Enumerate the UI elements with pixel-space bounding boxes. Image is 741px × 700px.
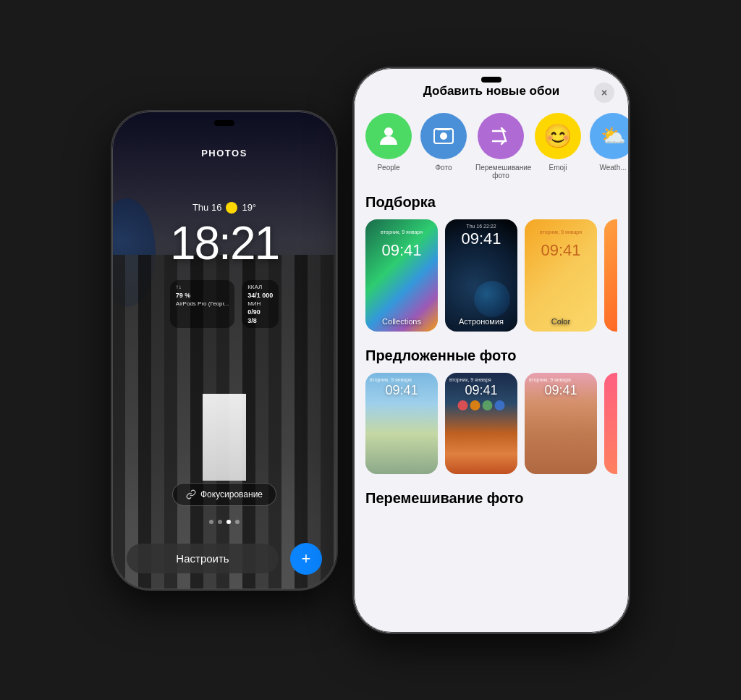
section-title-podborka: Подборка	[365, 194, 617, 211]
wp-option-shuffle[interactable]: Перемешивание фото	[475, 113, 526, 180]
focus-label: Фокусирование	[200, 489, 263, 499]
dot-1	[209, 520, 213, 524]
notch	[214, 120, 234, 126]
sheet: Добавить новые обои × People	[354, 68, 629, 633]
card-partial	[604, 219, 617, 332]
section-title-shuffle: Перемешивание фото	[365, 490, 617, 507]
svg-point-0	[384, 127, 393, 136]
svg-point-3	[440, 132, 447, 140]
widget-activity: ККАЛ 34/1 000 МИН 0/90 3/8	[242, 280, 279, 328]
wp-option-emoji[interactable]: 😊 Emoji	[535, 113, 581, 180]
plus-button[interactable]: +	[290, 543, 322, 575]
app-title: PHOTOS	[201, 148, 247, 159]
wp-option-photo[interactable]: Фото	[420, 113, 467, 180]
dot-2	[218, 520, 222, 524]
photo-card-city[interactable]: вторник, 9 января 09:41	[365, 373, 438, 474]
color-label: Color	[525, 317, 597, 326]
close-button[interactable]: ×	[594, 83, 614, 103]
widget-dot-3	[483, 400, 493, 410]
weather-icon-circle: ⛅	[590, 113, 629, 159]
person-icon	[377, 125, 400, 148]
wp-option-weather[interactable]: ⛅ Weath...	[590, 113, 629, 180]
wallpaper-type-options: People Фото	[354, 106, 629, 190]
photo-icon	[433, 125, 454, 147]
people-icon-circle	[365, 113, 412, 159]
card-color[interactable]: вторник, 9 января 09:41 Color	[525, 219, 597, 332]
left-phone: PHOTOS Thu 16 19° 18:21 ↑↓ 79 % AirPods …	[112, 111, 336, 589]
widget-kcal-value: 34/1 000	[247, 292, 273, 299]
date-text: Thu 16	[192, 202, 221, 213]
focus-icon	[186, 489, 196, 499]
astronomy-time: 09:41	[461, 229, 501, 248]
wp-emoji-label: Emoji	[549, 164, 567, 172]
widget-kcal-label: ККАЛ	[247, 284, 273, 290]
collections-time: 09:41	[381, 241, 421, 260]
astronomy-date: Thu 16 22:22	[466, 224, 496, 229]
color-date: вторник, 9 января	[540, 229, 582, 235]
wp-people-label: People	[377, 164, 399, 172]
photo-card-partial	[604, 373, 617, 474]
lockscreen: PHOTOS Thu 16 19° 18:21 ↑↓ 79 % AirPods …	[112, 111, 336, 589]
sheet-scroll-area: Подборка вторник, 9 января 09:41 Collect…	[354, 190, 629, 633]
widget-dot-4	[495, 400, 505, 410]
sheet-title: Добавить новые обои	[423, 84, 560, 98]
shuffle-icon	[490, 125, 512, 147]
astronomy-label: Астрономия	[445, 317, 517, 326]
customize-button[interactable]: Настроить	[127, 544, 279, 573]
widget-airpods-label: AirPods Pro (Георг...	[176, 300, 229, 307]
sun-icon	[226, 202, 237, 214]
sunset-time: 09:41	[465, 383, 497, 398]
city-date: вторник, 9 января	[370, 377, 412, 382]
collections-date: вторник, 9 января	[381, 229, 423, 235]
widget-min-label: МИН	[247, 300, 273, 307]
cat-date: вторник, 9 января	[529, 377, 571, 382]
widget-steps-value: 3/8	[247, 317, 273, 324]
podborka-cards-row: вторник, 9 января 09:41 Collections Thu …	[365, 219, 617, 334]
city-time: 09:41	[385, 383, 418, 398]
wp-photo-label: Фото	[436, 164, 452, 172]
photo-icon-circle	[420, 113, 467, 159]
collections-label: Collections	[365, 317, 438, 326]
time-display: 18:21	[170, 216, 279, 270]
lockscreen-content: PHOTOS Thu 16 19° 18:21 ↑↓ 79 % AirPods …	[112, 111, 336, 589]
widget-dot-1	[458, 400, 468, 410]
widgets-row: ↑↓ 79 % AirPods Pro (Георг... ККАЛ 34/1 …	[127, 280, 322, 328]
photo-card-sunset[interactable]: вторник, 9 января 09:41	[445, 373, 517, 474]
bottom-bar: Настроить +	[112, 543, 336, 575]
astronomy-earth	[474, 281, 510, 317]
right-phone: Добавить новые обои × People	[354, 68, 629, 633]
wp-option-people[interactable]: People	[365, 113, 412, 180]
dot-4	[235, 520, 240, 524]
widget-airpods-icon: ↑↓	[176, 284, 229, 290]
wp-weather-label: Weath...	[599, 164, 626, 172]
card-astronomy[interactable]: Thu 16 22:22 09:41 Астрономия	[445, 219, 517, 332]
widget-min-value: 0/90	[247, 308, 273, 316]
notch-right	[481, 77, 501, 83]
widget-airpods: ↑↓ 79 % AirPods Pro (Георг...	[170, 280, 234, 328]
sunset-date: вторник, 9 января	[449, 377, 491, 382]
sunset-widgets	[458, 400, 505, 410]
add-wallpaper-sheet: Добавить новые обои × People	[354, 68, 629, 633]
sheet-header: Добавить новые обои ×	[354, 68, 629, 106]
wp-shuffle-label: Перемешивание фото	[475, 164, 526, 180]
shuffle-icon-circle	[478, 113, 524, 159]
focus-button[interactable]: Фокусирование	[172, 483, 276, 506]
date-line: Thu 16 19°	[192, 202, 256, 214]
dot-3	[226, 520, 231, 524]
color-time: 09:41	[541, 241, 580, 260]
widget-airpods-value: 79 %	[176, 292, 229, 299]
svg-rect-2	[437, 128, 450, 130]
emoji-icon-circle: 😊	[535, 113, 581, 159]
widget-dot-2	[470, 400, 480, 410]
section-title-suggested: Предложенные фото	[365, 347, 617, 364]
cat-time: 09:41	[544, 383, 577, 398]
card-collections[interactable]: вторник, 9 января 09:41 Collections	[365, 219, 438, 332]
temperature-text: 19°	[242, 202, 256, 213]
suggested-cards-row: вторник, 9 января 09:41 вторник, 9 январ…	[365, 373, 617, 477]
photo-card-cat[interactable]: вторник, 9 января 09:41	[525, 373, 597, 474]
page-dots	[209, 520, 240, 524]
